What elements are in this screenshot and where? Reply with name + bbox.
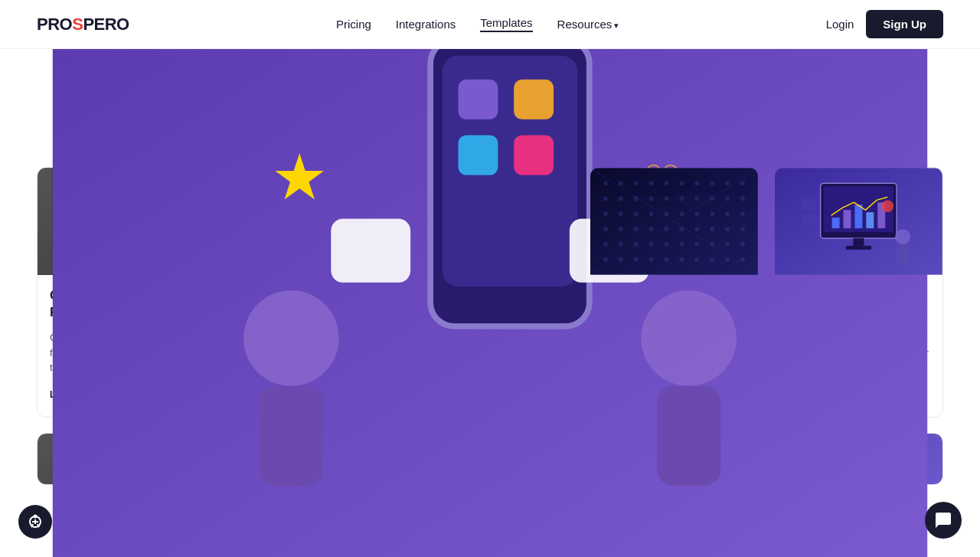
svg-point-75	[695, 227, 700, 231]
svg-point-114	[895, 229, 910, 244]
svg-point-65	[695, 211, 700, 216]
svg-rect-29	[514, 167, 554, 175]
nav-templates[interactable]: Templates	[480, 16, 532, 32]
svg-point-44	[680, 181, 684, 185]
svg-rect-109	[867, 212, 874, 228]
svg-point-92	[649, 257, 654, 262]
login-button[interactable]: Login	[826, 18, 854, 31]
svg-point-67	[725, 211, 730, 216]
svg-rect-108	[855, 205, 863, 228]
main-nav: Pricing Integrations Templates Resources	[336, 16, 619, 32]
svg-point-49	[603, 196, 608, 201]
svg-point-43	[665, 181, 669, 185]
svg-point-58	[740, 196, 745, 201]
svg-rect-112	[854, 238, 864, 246]
svg-point-111	[881, 200, 893, 212]
svg-point-95	[695, 257, 700, 262]
svg-point-76	[710, 227, 715, 231]
svg-point-57	[725, 196, 730, 201]
card-marketing: ★ ♡ Marketing Proposal Template Marketin…	[406, 167, 575, 418]
svg-point-79	[603, 242, 608, 247]
svg-point-88	[740, 242, 745, 247]
svg-point-66	[710, 211, 715, 216]
header: PROSPERO Pricing Integrations Templates …	[0, 0, 980, 49]
svg-point-46	[710, 181, 715, 185]
svg-point-71	[634, 227, 639, 231]
svg-point-82	[649, 242, 654, 247]
svg-point-98	[740, 257, 745, 262]
nav-integrations[interactable]: Integrations	[396, 18, 456, 31]
svg-point-39	[603, 181, 608, 185]
nav-actions: Login Sign Up	[826, 10, 943, 38]
svg-point-94	[680, 257, 684, 262]
svg-rect-117	[802, 214, 815, 224]
svg-point-42	[649, 181, 654, 185]
svg-point-50	[619, 196, 623, 201]
logo[interactable]: PROSPERO	[37, 15, 129, 34]
main-content: All Copywriting Corporate Development Gr…	[0, 49, 980, 485]
svg-point-97	[725, 257, 730, 262]
svg-rect-107	[844, 210, 851, 228]
svg-point-78	[740, 227, 745, 231]
svg-rect-25	[443, 167, 575, 287]
svg-point-59	[603, 211, 608, 216]
svg-rect-28	[458, 167, 498, 175]
svg-point-96	[710, 257, 715, 262]
svg-rect-106	[832, 218, 840, 228]
svg-point-85	[695, 242, 700, 247]
svg-point-87	[725, 242, 730, 247]
svg-point-91	[634, 257, 639, 262]
svg-point-83	[665, 242, 669, 247]
svg-rect-113	[846, 246, 872, 250]
svg-point-68	[740, 211, 745, 216]
svg-point-54	[680, 196, 684, 201]
svg-point-60	[619, 211, 623, 216]
svg-point-72	[649, 227, 654, 231]
svg-point-84	[680, 242, 684, 247]
nav-resources[interactable]: Resources	[557, 18, 619, 31]
svg-point-93	[665, 257, 669, 262]
svg-point-40	[619, 181, 623, 185]
svg-rect-115	[897, 244, 909, 264]
svg-point-41	[634, 181, 639, 185]
svg-point-80	[619, 242, 623, 247]
svg-point-70	[619, 227, 623, 231]
svg-rect-116	[802, 198, 815, 209]
cards-grid: Content Marketing Proposal Template Cont…	[37, 167, 943, 418]
svg-point-62	[649, 211, 654, 216]
svg-point-61	[634, 211, 639, 216]
svg-point-55	[695, 196, 700, 201]
svg-point-47	[725, 181, 730, 185]
svg-point-53	[665, 196, 669, 201]
svg-point-77	[725, 227, 730, 231]
svg-point-69	[603, 227, 608, 231]
nav-pricing[interactable]: Pricing	[336, 18, 371, 31]
svg-point-48	[740, 181, 745, 185]
svg-point-45	[695, 181, 700, 185]
signup-button[interactable]: Sign Up	[866, 10, 943, 38]
svg-rect-34	[406, 219, 411, 283]
svg-point-90	[619, 257, 623, 262]
svg-point-52	[649, 196, 654, 201]
svg-rect-35	[570, 219, 575, 283]
svg-point-89	[603, 257, 608, 262]
